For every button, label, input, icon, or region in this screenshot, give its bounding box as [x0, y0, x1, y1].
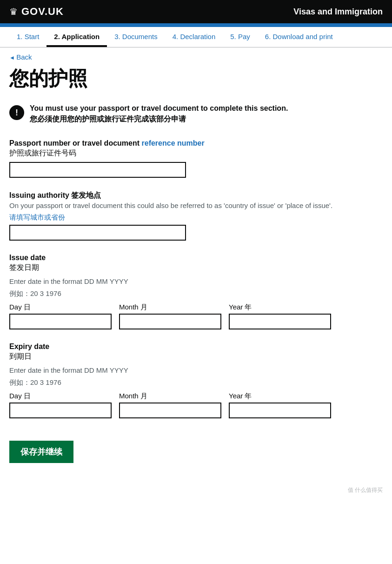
warning-box: ! You must use your passport or travel d… [9, 104, 383, 124]
issue-date-fields: Day 日 Month 月 Year 年 [9, 303, 383, 329]
warning-text-en: You must use your passport or travel doc… [30, 104, 288, 113]
expiry-day-group: Day 日 [9, 392, 112, 418]
back-link[interactable]: Back [9, 53, 32, 61]
expiry-year-group: Year 年 [229, 392, 331, 418]
issue-month-label: Month 月 [119, 303, 221, 312]
expiry-year-input[interactable] [229, 403, 331, 418]
header-logo: ♛ GOV.UK [9, 6, 64, 18]
crown-icon: ♛ [9, 6, 18, 17]
passport-number-group: Passport number or travel document refer… [9, 139, 383, 178]
passport-number-input[interactable] [9, 162, 186, 178]
issue-year-group: Year 年 [229, 303, 331, 329]
expiry-date-fields: Day 日 Month 月 Year 年 [9, 392, 383, 418]
tab-documents[interactable]: 3. Documents [107, 27, 165, 47]
tab-download[interactable]: 6. Download and print [258, 27, 340, 47]
main-content: 您的护照 ! You must use your passport or tra… [0, 67, 392, 482]
save-button[interactable]: 保存并继续 [9, 441, 73, 463]
issuing-authority-hint-zh: 请填写城市或省份 [9, 213, 383, 222]
issue-date-label-en: Issue date [9, 254, 383, 262]
gov-uk-logo: GOV.UK [21, 6, 64, 18]
issue-day-label: Day 日 [9, 303, 112, 312]
back-link-container: Back [0, 47, 392, 67]
issue-day-group: Day 日 [9, 303, 112, 329]
nav-tabs: 1. Start 2. Application 3. Documents 4. … [0, 27, 392, 47]
issue-year-input[interactable] [229, 314, 331, 329]
expiry-date-hint-example: 例如：20 3 1976 [9, 377, 383, 388]
warning-icon: ! [9, 105, 24, 120]
expiry-year-label: Year 年 [229, 392, 331, 401]
blue-bar [0, 23, 392, 27]
passport-number-label-en: Passport number or travel document refer… [9, 139, 383, 148]
issue-year-label: Year 年 [229, 303, 331, 312]
issuing-authority-label-en: Issuing authority 签发地点 [9, 191, 383, 201]
issue-date-label-zh: 签发日期 [9, 263, 383, 273]
tab-pay[interactable]: 5. Pay [223, 27, 258, 47]
passport-number-label-zh: 护照或旅行证件号码 [9, 148, 383, 158]
expiry-month-label: Month 月 [119, 392, 221, 401]
issue-date-hint-example: 例如：20 3 1976 [9, 289, 383, 299]
expiry-date-hint-en: Enter date in the format DD MM YYYY [9, 365, 383, 376]
expiry-day-input[interactable] [9, 403, 112, 418]
issuing-authority-input[interactable] [9, 225, 186, 241]
issue-month-input[interactable] [119, 314, 221, 329]
warning-text-zh: 您必须使用您的护照或旅行证件完成该部分申请 [30, 114, 288, 124]
issue-date-group: Issue date 签发日期 Enter date in the format… [9, 254, 383, 329]
tab-start[interactable]: 1. Start [9, 27, 47, 47]
expiry-date-label-en: Expiry date [9, 342, 383, 351]
issue-month-group: Month 月 [119, 303, 221, 329]
tab-declaration[interactable]: 4. Declaration [165, 27, 223, 47]
expiry-date-label-zh: 到期日 [9, 352, 383, 362]
warning-text: You must use your passport or travel doc… [30, 104, 288, 124]
expiry-month-input[interactable] [119, 403, 221, 418]
issue-day-input[interactable] [9, 314, 112, 329]
issuing-authority-hint-en: On your passport or travel document this… [9, 201, 383, 211]
service-name: Visas and Immigration [293, 7, 383, 17]
footer-text: 值 什么值得买 [348, 487, 383, 493]
header: ♛ GOV.UK Visas and Immigration [0, 0, 392, 23]
issue-date-hint-en: Enter date in the format DD MM YYYY [9, 276, 383, 287]
expiry-day-label: Day 日 [9, 392, 112, 401]
footer-watermark: 值 什么值得买 [0, 482, 392, 499]
expiry-date-group: Expiry date 到期日 Enter date in the format… [9, 342, 383, 418]
page-title: 您的护照 [9, 67, 383, 90]
tab-application[interactable]: 2. Application [47, 27, 107, 47]
issuing-authority-group: Issuing authority 签发地点 On your passport … [9, 191, 383, 241]
expiry-month-group: Month 月 [119, 392, 221, 418]
